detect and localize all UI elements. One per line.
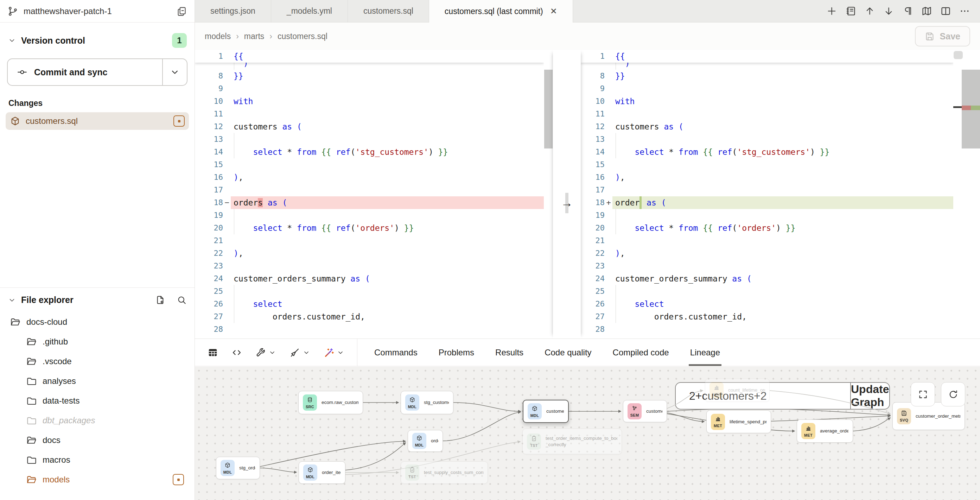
- bottom-tab-problems[interactable]: Problems: [439, 339, 474, 366]
- arrow-up-icon[interactable]: [864, 6, 875, 16]
- ellipsis-icon[interactable]: [959, 6, 970, 16]
- line-number: 14: [195, 146, 223, 158]
- diff-marker: [605, 260, 612, 272]
- folder-open-icon: [26, 336, 37, 347]
- table-button[interactable]: [208, 347, 218, 358]
- search-icon[interactable]: [177, 295, 187, 305]
- plus-icon[interactable]: [826, 6, 837, 16]
- commit-and-sync-button[interactable]: Commit and sync: [7, 59, 188, 86]
- lineage-node-test_order_items_compute_to_bools_correctly[interactable]: TSTtest_order_items_compute_to_bools _co…: [522, 428, 622, 454]
- lineage-node-average_order_value[interactable]: METaverage_order_value: [797, 419, 853, 443]
- code-line: 26 select: [195, 298, 544, 311]
- wrench-button[interactable]: [255, 347, 276, 358]
- tab-customers-sql[interactable]: customers.sql: [348, 0, 429, 22]
- apply-change-arrow-button[interactable]: →: [553, 196, 581, 209]
- file-item-.github[interactable]: .github: [6, 332, 189, 352]
- wand-button[interactable]: [324, 347, 344, 358]
- breadcrumb-marts[interactable]: marts: [244, 32, 264, 41]
- overview-added-marker: [971, 105, 980, 110]
- commit-options-dropdown[interactable]: [162, 59, 187, 85]
- breadcrumb-models[interactable]: models: [205, 32, 231, 41]
- lineage-node-customers_sem[interactable]: SEMcustomers: [623, 400, 667, 422]
- lineage-node-customers[interactable]: MDLcustomers: [523, 400, 569, 423]
- bottom-tab-code-quality[interactable]: Code quality: [544, 339, 591, 366]
- line-number: 10: [581, 95, 605, 108]
- chevron-down-icon[interactable]: [302, 349, 310, 357]
- file-item-.vscode[interactable]: .vscode: [6, 352, 189, 371]
- fullscreen-button[interactable]: [911, 382, 935, 406]
- tab-label: _models.yml: [287, 6, 332, 16]
- bars-icon: MET: [710, 382, 724, 398]
- update-graph-button[interactable]: Update Graph: [850, 383, 889, 409]
- diff-pane-left[interactable]: 8}}910with1112customers as (1314 select …: [195, 50, 544, 339]
- tab-customers-sql-last-commit-[interactable]: customers.sql (last commit)✕: [429, 0, 573, 22]
- split-columns-icon[interactable]: [940, 6, 951, 16]
- file-item-label: docs: [43, 435, 60, 445]
- lineage-node-stg_orders[interactable]: MDLstg_orders: [216, 457, 260, 479]
- diff-marker: [605, 95, 612, 108]
- file-item-analyses[interactable]: analyses: [6, 371, 189, 391]
- line-text: orders.customer_id,: [231, 311, 544, 323]
- file-explorer-title: File explorer: [21, 295, 73, 305]
- bottom-tab-compiled-code[interactable]: Compiled code: [613, 339, 669, 366]
- tab--models-yml[interactable]: _models.yml: [271, 0, 348, 22]
- chevron-down-icon[interactable]: [337, 349, 344, 357]
- diff-overview-ruler[interactable]: [953, 50, 980, 339]
- branch-row[interactable]: matthewshaver-patch-1: [0, 0, 194, 22]
- bottom-tab-commands[interactable]: Commands: [374, 339, 418, 366]
- chevron-down-icon[interactable]: [268, 349, 276, 357]
- changed-file-customers-sql[interactable]: customers.sql: [6, 112, 189, 130]
- lineage-node-lifetime_spend_pretax[interactable]: METlifetime_spend_pretax: [706, 410, 771, 433]
- bars-icon: MET: [711, 414, 725, 430]
- copy-branch-icon[interactable]: [176, 6, 187, 16]
- lineage-node-stg_customers[interactable]: MDLstg_customers: [401, 391, 453, 414]
- code-line: ): [581, 63, 953, 70]
- lineage-node-order_items[interactable]: MDLorder_items: [299, 461, 345, 484]
- file-item-docs[interactable]: docs: [6, 430, 189, 450]
- clip-icon: TST: [527, 433, 541, 450]
- file-item-models[interactable]: models: [6, 470, 189, 489]
- bottom-tab-lineage[interactable]: Lineage: [690, 339, 720, 366]
- new-file-icon[interactable]: [155, 295, 165, 305]
- line-number: 23: [195, 260, 223, 272]
- scrollbar-thumb[interactable]: [954, 51, 963, 59]
- code-line: 9: [581, 82, 953, 95]
- file-item-macros[interactable]: macros: [6, 450, 189, 470]
- file-item-dbt_packages[interactable]: dbt_packages: [6, 411, 189, 430]
- chevron-down-icon[interactable]: [8, 296, 16, 304]
- lineage-node-test_supply_costs_sum_correctly[interactable]: TSTtest_supply_costs_sum_correctly: [401, 461, 488, 484]
- map-icon[interactable]: [921, 6, 932, 16]
- diff-marker: [223, 298, 231, 311]
- tab-label: customers.sql (last commit): [445, 7, 543, 16]
- file-item-docs-cloud[interactable]: docs-cloud: [6, 312, 189, 332]
- left-pane-scrollbar[interactable]: [544, 50, 553, 339]
- arrow-down-icon[interactable]: [883, 6, 894, 16]
- file-item-data-tests[interactable]: data-tests: [6, 391, 189, 411]
- line-text: ),: [612, 171, 953, 184]
- chevron-down-icon[interactable]: [8, 36, 16, 45]
- badge-label: SEM: [630, 413, 639, 417]
- tab-label: settings.json: [210, 6, 255, 16]
- lineage-node-count_lifetime_orders[interactable]: METcount_lifetime_orders: [705, 379, 770, 402]
- pilcrow-icon[interactable]: [902, 6, 913, 16]
- diff-marker: [605, 298, 612, 311]
- lineage-node-orders[interactable]: MDLorders: [408, 430, 443, 452]
- notebook-icon[interactable]: [845, 6, 856, 16]
- code-button[interactable]: [231, 347, 242, 358]
- folder-icon: [26, 455, 37, 465]
- bottom-tab-results[interactable]: Results: [495, 339, 523, 366]
- line-number: 14: [581, 146, 605, 158]
- close-icon[interactable]: ✕: [550, 7, 557, 16]
- save-button[interactable]: Save: [915, 26, 970, 46]
- line-number: 21: [581, 234, 605, 247]
- breadcrumb-file[interactable]: customers.sql: [278, 32, 328, 41]
- lineage-canvas[interactable]: Update Graph SRCecom.raw_customersMDLstg…: [195, 367, 980, 500]
- broom-button[interactable]: [290, 347, 310, 358]
- diff-pane-right[interactable]: 8}}910with1112customers as (1314 select …: [581, 50, 953, 339]
- lineage-node-ecom.raw_customers[interactable]: SRCecom.raw_customers: [298, 391, 363, 414]
- diff-marker: [223, 222, 231, 234]
- tab-settings-json[interactable]: settings.json: [195, 0, 271, 22]
- scrollbar-thumb[interactable]: [544, 70, 553, 148]
- code-line: 20 select * from {{ ref('orders') }}: [581, 222, 953, 234]
- refresh-graph-button[interactable]: [941, 382, 965, 406]
